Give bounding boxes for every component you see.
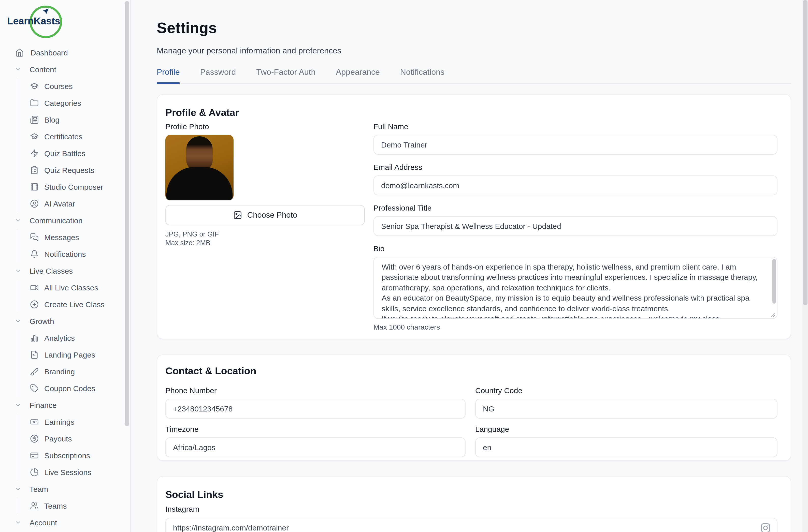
sidebar-scrollbar[interactable] bbox=[125, 1, 129, 426]
sidebar-item-analytics[interactable]: Analytics bbox=[17, 329, 130, 346]
sidebar-item-create-live-class[interactable]: Create Live Class bbox=[17, 296, 130, 313]
language-label: Language bbox=[475, 425, 777, 434]
profile-avatar-card: Profile & Avatar Profile Photo Choose Ph… bbox=[157, 94, 791, 339]
sidebar-item-messages[interactable]: Messages bbox=[17, 229, 130, 246]
video-icon bbox=[30, 283, 39, 292]
sidebar-item-teams[interactable]: Teams bbox=[17, 497, 130, 514]
photo-figure bbox=[186, 136, 213, 171]
sidebar-item-landing-pages[interactable]: Landing Pages bbox=[17, 346, 130, 363]
sidebar-item-label: Branding bbox=[44, 367, 75, 376]
sidebar-subgroup-content: Courses Categories Blog Certificates Qui… bbox=[17, 78, 130, 212]
sidebar-subgroup-team: Teams bbox=[17, 497, 130, 514]
page-scrollbar[interactable] bbox=[803, 0, 808, 532]
instagram-icon bbox=[760, 522, 771, 532]
sidebar-item-ai-avatar[interactable]: AI Avatar bbox=[17, 195, 130, 212]
tab-notifications[interactable]: Notifications bbox=[400, 68, 444, 84]
photo-figure bbox=[166, 167, 233, 201]
profile-photo-label: Profile Photo bbox=[165, 122, 365, 131]
timezone-field[interactable] bbox=[165, 437, 465, 457]
card-title: Profile & Avatar bbox=[165, 107, 777, 118]
full-name-field[interactable] bbox=[373, 135, 777, 155]
sidebar-group-account[interactable]: Account bbox=[0, 514, 130, 531]
sidebar-item-label: Studio Composer bbox=[44, 183, 103, 191]
sidebar-item-courses[interactable]: Courses bbox=[17, 78, 130, 95]
graduation-cap-icon bbox=[30, 132, 39, 141]
sidebar-group-content[interactable]: Content bbox=[0, 61, 130, 78]
sidebar-group-label: Growth bbox=[30, 317, 54, 325]
folder-icon bbox=[30, 99, 39, 107]
sidebar-group-communication[interactable]: Communication bbox=[0, 212, 130, 229]
chevron-down-icon bbox=[15, 519, 21, 526]
tab-two-factor-auth[interactable]: Two-Factor Auth bbox=[256, 68, 315, 84]
bell-icon bbox=[30, 250, 39, 259]
sidebar-item-quiz-requests[interactable]: Quiz Requests bbox=[17, 162, 130, 178]
sidebar-group-finance[interactable]: Finance bbox=[0, 397, 130, 414]
bio-scrollbar[interactable] bbox=[772, 259, 776, 304]
sidebar-item-studio-composer[interactable]: Studio Composer bbox=[17, 178, 130, 195]
sidebar-subgroup-finance: Earnings Payouts Subscriptions Live Sess… bbox=[17, 414, 130, 481]
newspaper-icon bbox=[30, 115, 39, 124]
sidebar-item-notifications[interactable]: Notifications bbox=[17, 246, 130, 263]
page-scrollbar-thumb[interactable] bbox=[803, 0, 808, 305]
sidebar-group-live-classes[interactable]: Live Classes bbox=[0, 263, 130, 279]
choose-photo-button[interactable]: Choose Photo bbox=[165, 205, 365, 225]
country-code-label: Country Code bbox=[475, 386, 777, 395]
profile-fields-column: Full Name Email Address Professional Tit… bbox=[373, 122, 777, 331]
image-icon bbox=[233, 211, 242, 220]
sidebar-item-label: Quiz Battles bbox=[44, 149, 86, 158]
sidebar-item-label: Blog bbox=[44, 115, 59, 124]
sidebar-item-label: Teams bbox=[44, 501, 67, 510]
sidebar-group-team[interactable]: Team bbox=[0, 481, 130, 497]
sidebar-item-label: Landing Pages bbox=[44, 350, 95, 359]
sidebar-item-label: Coupon Codes bbox=[44, 384, 95, 393]
sidebar-item-label: Live Sessions bbox=[44, 468, 91, 477]
sidebar-item-all-live-classes[interactable]: All Live Classes bbox=[17, 279, 130, 296]
users-icon bbox=[30, 501, 39, 510]
sidebar-item-label: Certificates bbox=[44, 132, 82, 141]
file-text-icon bbox=[30, 350, 39, 359]
sidebar-item-quiz-battles[interactable]: Quiz Battles bbox=[17, 145, 130, 162]
tab-profile[interactable]: Profile bbox=[157, 68, 180, 84]
sidebar-group-label: Content bbox=[30, 65, 56, 74]
sidebar-item-branding[interactable]: Branding bbox=[17, 363, 130, 380]
sidebar-nav: Dashboard Content Courses Categories Blo… bbox=[0, 44, 130, 531]
language-field[interactable] bbox=[475, 437, 777, 457]
brand-name: LearnKasts bbox=[7, 15, 60, 27]
tab-password[interactable]: Password bbox=[200, 68, 236, 84]
sidebar-item-certificates[interactable]: Certificates bbox=[17, 128, 130, 145]
sidebar-item-live-sessions[interactable]: Live Sessions bbox=[17, 464, 130, 481]
dollar-circle-icon bbox=[30, 434, 39, 443]
pie-chart-icon bbox=[30, 468, 39, 477]
chevron-down-icon bbox=[15, 402, 21, 408]
photo-column: Profile Photo Choose Photo JPG, PNG or G… bbox=[165, 122, 365, 331]
phone-number-field[interactable] bbox=[165, 399, 465, 419]
sidebar-item-payouts[interactable]: Payouts bbox=[17, 430, 130, 447]
sidebar-group-growth[interactable]: Growth bbox=[0, 313, 130, 329]
sidebar-item-categories[interactable]: Categories bbox=[17, 95, 130, 111]
instagram-url-field[interactable] bbox=[165, 518, 777, 532]
sidebar-item-label: Dashboard bbox=[31, 48, 68, 57]
professional-title-label: Professional Title bbox=[373, 204, 777, 213]
email-field[interactable] bbox=[373, 175, 777, 195]
tab-appearance[interactable]: Appearance bbox=[336, 68, 380, 84]
country-code-field[interactable] bbox=[475, 399, 777, 419]
brand-logo[interactable]: LearnKasts bbox=[0, 0, 130, 44]
resize-handle-icon[interactable] bbox=[771, 313, 775, 317]
sidebar-item-subscriptions[interactable]: Subscriptions bbox=[17, 447, 130, 464]
sidebar-item-dashboard[interactable]: Dashboard bbox=[0, 44, 130, 61]
photo-size-hint: Max size: 2MB bbox=[165, 239, 365, 247]
sidebar-item-earnings[interactable]: Earnings bbox=[17, 414, 130, 430]
chevron-down-icon bbox=[15, 66, 21, 73]
sidebar-item-coupon-codes[interactable]: Coupon Codes bbox=[17, 380, 130, 397]
zap-icon bbox=[30, 149, 39, 158]
graduation-cap-icon bbox=[30, 82, 39, 91]
sidebar-item-label: Messages bbox=[44, 233, 79, 242]
sidebar-item-label: Create Live Class bbox=[44, 300, 105, 309]
sidebar-item-label: Categories bbox=[44, 99, 81, 107]
bio-textarea[interactable]: With over 6 years of hands-on experience… bbox=[373, 257, 777, 319]
sidebar-item-label: Subscriptions bbox=[44, 451, 90, 460]
sidebar-item-label: Notifications bbox=[44, 250, 86, 259]
email-label: Email Address bbox=[373, 163, 777, 172]
professional-title-field[interactable] bbox=[373, 216, 777, 236]
sidebar-item-blog[interactable]: Blog bbox=[17, 111, 130, 128]
